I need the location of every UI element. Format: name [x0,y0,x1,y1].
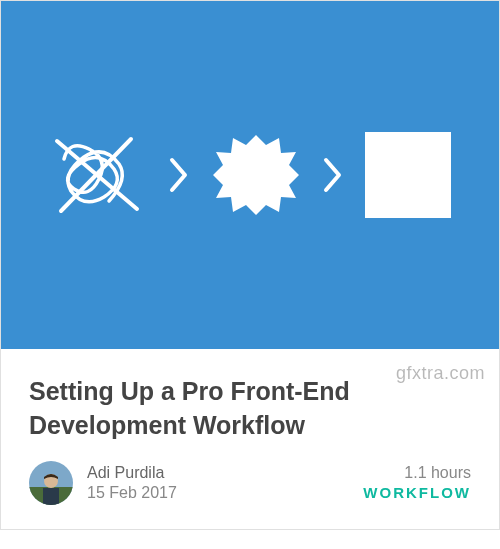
category-tag: WORKFLOW [363,484,471,501]
course-title: Setting Up a Pro Front-End Development W… [29,375,471,443]
author-text: Adi Purdila 15 Feb 2017 [87,464,177,502]
course-meta-row: Adi Purdila 15 Feb 2017 1.1 hours WORKFL… [29,461,471,505]
chevron-right-icon [169,157,189,193]
author-block: Adi Purdila 15 Feb 2017 [29,461,177,505]
svg-rect-7 [43,488,59,505]
course-hero-image [1,1,499,349]
burst-icon [211,130,301,220]
avatar [29,461,73,505]
chevron-right-icon [323,157,343,193]
svg-marker-2 [213,135,299,215]
square-icon [365,132,451,218]
svg-rect-3 [365,132,451,218]
scribble-icon [49,129,147,221]
course-right-meta: 1.1 hours WORKFLOW [363,464,471,501]
course-card[interactable]: gfxtra.com Setting Up a Pro Front-End De… [0,0,500,530]
author-name: Adi Purdila [87,464,177,482]
duration-label: 1.1 hours [404,464,471,482]
course-card-body: Setting Up a Pro Front-End Development W… [1,349,499,529]
course-date: 15 Feb 2017 [87,484,177,502]
